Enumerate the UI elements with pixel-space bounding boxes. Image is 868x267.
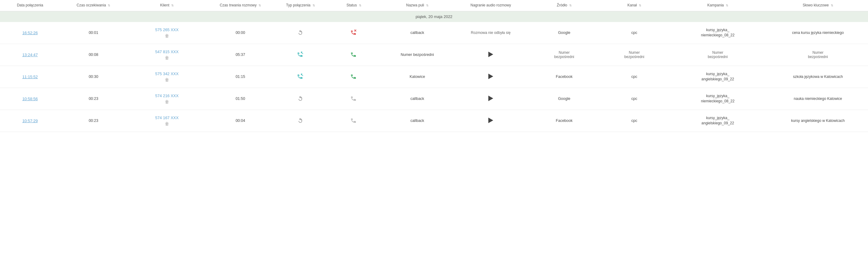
cell-keyword-4: kursy angielskiego w Katowicach bbox=[768, 110, 868, 132]
col-header-zrodlo[interactable]: Źródło ⇅ bbox=[527, 0, 601, 11]
filter-icon-kampania[interactable]: ⇅ bbox=[726, 3, 728, 7]
filter-icon-klient[interactable]: ⇅ bbox=[171, 3, 174, 7]
delete-icon[interactable]: 🗑 bbox=[129, 55, 205, 60]
cell-wait-4: 00:23 bbox=[60, 110, 127, 132]
cell-phone-2[interactable]: 575 342 XXX🗑 bbox=[127, 66, 207, 88]
filter-icon-nazwa-puli[interactable]: ⇅ bbox=[426, 3, 429, 7]
cell-source-1: Numerbezpośredni bbox=[527, 44, 601, 66]
cell-time-3[interactable]: 10:58:56 bbox=[0, 88, 60, 110]
cell-keyword-3: nauka niemieckiego Katowice bbox=[768, 88, 868, 110]
cell-status-4 bbox=[327, 110, 380, 132]
table-row: 11:15:5200:30575 342 XXX🗑01:15 KatowiceF… bbox=[0, 66, 868, 88]
cell-time-2[interactable]: 11:15:52 bbox=[0, 66, 60, 88]
delete-icon[interactable]: 🗑 bbox=[129, 99, 205, 104]
cell-duration-2: 01:15 bbox=[207, 66, 274, 88]
cell-audio-2[interactable] bbox=[454, 66, 528, 88]
cell-source-3: Google bbox=[527, 88, 601, 110]
calls-table-wrapper: Data połączenia Czas oczekiwania ⇅ Klien… bbox=[0, 0, 868, 132]
cell-campaign-1: Numerbezpośredni bbox=[668, 44, 768, 66]
cell-phone-0[interactable]: 575 265 XXX🗑 bbox=[127, 22, 207, 44]
cell-pool-3: callback bbox=[380, 88, 454, 110]
cell-wait-0: 00:01 bbox=[60, 22, 127, 44]
play-button[interactable] bbox=[488, 73, 493, 79]
cell-typ-1 bbox=[274, 44, 327, 66]
cell-audio-0: Rozmowa nie odbyła się bbox=[454, 22, 528, 44]
cell-typ-2 bbox=[274, 66, 327, 88]
cell-time-0[interactable]: 16:52:26 bbox=[0, 22, 60, 44]
cell-time-4[interactable]: 10:57:29 bbox=[0, 110, 60, 132]
table-header-row: Data połączenia Czas oczekiwania ⇅ Klien… bbox=[0, 0, 868, 11]
cell-channel-0: cpc bbox=[601, 22, 668, 44]
cell-pool-1: Numer bezpośredni bbox=[380, 44, 454, 66]
play-button[interactable] bbox=[488, 52, 493, 57]
cell-keyword-1: Numerbezpośredni bbox=[768, 44, 868, 66]
filter-icon-typ[interactable]: ⇅ bbox=[313, 3, 315, 7]
col-header-czas-trwania[interactable]: Czas trwania rozmowy ⇅ bbox=[207, 0, 274, 11]
cell-source-4: Facebook bbox=[527, 110, 601, 132]
cell-campaign-0: kursy_języka_niemieckiego_08_22 bbox=[668, 22, 768, 44]
cell-status-1 bbox=[327, 44, 380, 66]
cell-audio-4[interactable] bbox=[454, 110, 528, 132]
cell-campaign-4: kursy_języka_angielskiego_09_22 bbox=[668, 110, 768, 132]
filter-icon-status[interactable]: ⇅ bbox=[359, 3, 361, 7]
cell-phone-1[interactable]: 547 815 XXX🗑 bbox=[127, 44, 207, 66]
col-header-typ[interactable]: Typ połączenia ⇅ bbox=[274, 0, 327, 11]
cell-channel-1: Numerbezpośredni bbox=[601, 44, 668, 66]
cell-status-0 bbox=[327, 22, 380, 44]
cell-time-1[interactable]: 13:24:47 bbox=[0, 44, 60, 66]
filter-icon-kanal[interactable]: ⇅ bbox=[639, 3, 641, 7]
delete-icon[interactable]: 🗑 bbox=[129, 33, 205, 38]
cell-source-0: Google bbox=[527, 22, 601, 44]
col-header-data: Data połączenia bbox=[0, 0, 60, 11]
section-header-row: piątek, 20 maja 2022 bbox=[0, 11, 868, 22]
col-header-status[interactable]: Status ⇅ bbox=[327, 0, 380, 11]
table-row: 13:24:4700:08547 815 XXX🗑05:37 Numer bez… bbox=[0, 44, 868, 66]
cell-duration-3: 01:50 bbox=[207, 88, 274, 110]
calls-table: Data połączenia Czas oczekiwania ⇅ Klien… bbox=[0, 0, 868, 132]
cell-source-2: Facebook bbox=[527, 66, 601, 88]
delete-icon[interactable]: 🗑 bbox=[129, 77, 205, 82]
cell-wait-3: 00:23 bbox=[60, 88, 127, 110]
col-header-slowo[interactable]: Słowo kluczowe ⇅ bbox=[768, 0, 868, 11]
table-row: 10:58:5600:23574 216 XXX🗑01:50 callbackG… bbox=[0, 88, 868, 110]
cell-status-3 bbox=[327, 88, 380, 110]
cell-audio-1[interactable] bbox=[454, 44, 528, 66]
cell-pool-2: Katowice bbox=[380, 66, 454, 88]
col-header-nagranie: Nagranie audio rozmowy bbox=[454, 0, 528, 11]
cell-keyword-2: szkoła językowa w Katowicach bbox=[768, 66, 868, 88]
play-button[interactable] bbox=[488, 96, 493, 101]
col-header-kanal[interactable]: Kanał ⇅ bbox=[601, 0, 668, 11]
cell-channel-2: cpc bbox=[601, 66, 668, 88]
col-header-nazwa-puli[interactable]: Nazwa puli ⇅ bbox=[380, 0, 454, 11]
table-row: 10:57:2900:23574 167 XXX🗑00:04 callbackF… bbox=[0, 110, 868, 132]
cell-typ-3 bbox=[274, 88, 327, 110]
cell-typ-4 bbox=[274, 110, 327, 132]
cell-phone-3[interactable]: 574 216 XXX🗑 bbox=[127, 88, 207, 110]
play-button[interactable] bbox=[488, 118, 493, 123]
table-row: 16:52:2600:01575 265 XXX🗑00:00 callbackR… bbox=[0, 22, 868, 44]
cell-typ-0 bbox=[274, 22, 327, 44]
cell-duration-1: 05:37 bbox=[207, 44, 274, 66]
col-header-klient[interactable]: Klient ⇅ bbox=[127, 0, 207, 11]
filter-icon-czas-oczekiwania[interactable]: ⇅ bbox=[108, 3, 110, 7]
cell-pool-0: callback bbox=[380, 22, 454, 44]
cell-wait-2: 00:30 bbox=[60, 66, 127, 88]
filter-icon-slowo[interactable]: ⇅ bbox=[831, 3, 833, 7]
cell-pool-4: callback bbox=[380, 110, 454, 132]
cell-channel-4: cpc bbox=[601, 110, 668, 132]
audio-text: Rozmowa nie odbyła się bbox=[471, 31, 510, 35]
cell-campaign-3: kursy_języka_niemieckiego_08_22 bbox=[668, 88, 768, 110]
filter-icon-zrodlo[interactable]: ⇅ bbox=[569, 3, 572, 7]
cell-campaign-2: kursy_języka_angielskiego_09_22 bbox=[668, 66, 768, 88]
delete-icon[interactable]: 🗑 bbox=[129, 121, 205, 126]
filter-icon-czas-trwania[interactable]: ⇅ bbox=[258, 3, 261, 7]
cell-duration-0: 00:00 bbox=[207, 22, 274, 44]
cell-keyword-0: cena kursu języka niemieckiego bbox=[768, 22, 868, 44]
cell-channel-3: cpc bbox=[601, 88, 668, 110]
cell-audio-3[interactable] bbox=[454, 88, 528, 110]
col-header-czas-oczekiwania[interactable]: Czas oczekiwania ⇅ bbox=[60, 0, 127, 11]
section-date: piątek, 20 maja 2022 bbox=[0, 11, 868, 22]
col-header-kampania[interactable]: Kampania ⇅ bbox=[668, 0, 768, 11]
cell-phone-4[interactable]: 574 167 XXX🗑 bbox=[127, 110, 207, 132]
cell-wait-1: 00:08 bbox=[60, 44, 127, 66]
